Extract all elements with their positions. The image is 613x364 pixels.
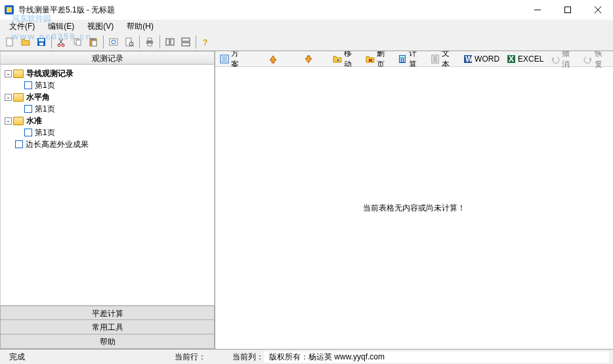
tree-node-horizontal-angle[interactable]: 水平角	[26, 92, 50, 103]
svg-rect-1	[7, 7, 12, 12]
checkbox-icon[interactable]	[24, 105, 32, 113]
help-icon[interactable]: ?	[199, 35, 213, 49]
folder-open-icon	[13, 116, 24, 125]
excel-label: EXCEL	[518, 54, 543, 64]
calc-button[interactable]: 平差计算	[0, 306, 215, 320]
move-icon	[332, 54, 343, 64]
svg-rect-28	[148, 43, 152, 46]
close-button[interactable]	[583, 0, 613, 20]
status-ready: 完成	[4, 352, 30, 363]
print-preview-icon[interactable]	[122, 35, 137, 49]
svg-rect-32	[182, 43, 190, 46]
svg-rect-29	[166, 39, 169, 45]
help-button[interactable]: 帮助	[0, 334, 215, 349]
folder-open-icon	[13, 92, 24, 102]
text-file-icon	[430, 54, 440, 64]
delete-icon	[365, 54, 375, 64]
arrow-up-icon	[268, 54, 278, 64]
tree-node-page[interactable]: 第1页	[35, 127, 55, 138]
svg-rect-27	[148, 38, 152, 41]
folder-open-icon	[13, 69, 24, 78]
svg-rect-20	[92, 41, 96, 46]
right-panel: 方案 移动 删页 计算 文本	[215, 51, 613, 349]
redo-icon	[583, 54, 593, 64]
left-panel-header[interactable]: 观测记录	[0, 51, 215, 64]
toolbar-separator	[159, 35, 160, 49]
tools-button[interactable]: 常用工具	[0, 320, 215, 334]
expander-icon[interactable]: -	[5, 70, 12, 77]
svg-rect-3	[565, 7, 571, 13]
status-bar: 完成 当前行： 当前列： 版权所有：杨运英 www.yyqf.com	[0, 350, 613, 364]
tree-node-leveling[interactable]: 水准	[26, 115, 42, 127]
main-toolbar: ?	[0, 33, 613, 51]
title-bar: 导线测量平差5.1版 - 无标题	[0, 0, 613, 20]
svg-marker-8	[22, 39, 30, 45]
menu-file[interactable]: 文件(F)	[4, 20, 40, 33]
svg-marker-42	[366, 56, 374, 62]
menu-view[interactable]: 视图(V)	[82, 20, 119, 33]
arrow-down-button[interactable]	[302, 54, 315, 64]
svg-marker-39	[305, 56, 312, 63]
save-icon[interactable]	[34, 35, 49, 49]
status-row: 当前行：	[175, 352, 206, 363]
word-icon: W	[463, 54, 473, 64]
checkbox-icon[interactable]	[15, 140, 23, 148]
svg-line-25	[133, 45, 134, 47]
copy-icon[interactable]	[70, 35, 85, 49]
svg-marker-38	[270, 56, 276, 63]
checkbox-icon[interactable]	[24, 129, 32, 136]
tree-node-page[interactable]: 第1页	[35, 104, 55, 115]
svg-text:W: W	[465, 54, 473, 64]
tree-node-page[interactable]: 第1页	[35, 80, 55, 91]
tree-view[interactable]: - 导线观测记录 第1页 - 水平角	[0, 64, 215, 306]
calculator-icon	[397, 54, 408, 64]
svg-rect-49	[404, 58, 405, 60]
svg-rect-51	[402, 60, 403, 62]
svg-rect-47	[400, 58, 401, 60]
left-panel: 观测记录 - 导线观测记录 第1页	[0, 51, 215, 349]
redo-button[interactable]: 恢复	[581, 51, 610, 70]
checkbox-icon[interactable]	[24, 81, 32, 89]
svg-rect-17	[76, 40, 81, 45]
scheme-icon	[219, 54, 230, 64]
preview-icon[interactable]	[106, 35, 121, 49]
expander-icon[interactable]: -	[5, 94, 12, 101]
left-panel-buttons: 平差计算 常用工具 帮助	[0, 306, 215, 349]
excel-export-button[interactable]: X EXCEL	[505, 54, 545, 64]
svg-rect-46	[400, 56, 405, 58]
svg-rect-48	[402, 58, 403, 60]
toolbar-separator	[196, 35, 196, 49]
tree-node-results[interactable]: 边长高差外业成果	[26, 139, 89, 150]
svg-rect-52	[404, 60, 405, 62]
cut-icon[interactable]	[54, 35, 69, 49]
print-icon[interactable]	[142, 35, 157, 49]
undo-button[interactable]: 撤消	[549, 51, 578, 70]
tile-horizontal-icon[interactable]	[163, 35, 177, 49]
svg-rect-31	[182, 38, 190, 41]
menu-edit[interactable]: 编辑(E)	[43, 20, 79, 33]
menu-bar: 文件(F) 编辑(E) 视图(V) 帮助(H)	[0, 20, 613, 33]
menu-help[interactable]: 帮助(H)	[121, 20, 159, 33]
minimize-button[interactable]	[522, 0, 553, 20]
new-file-icon[interactable]	[3, 35, 17, 49]
arrow-down-icon	[303, 54, 314, 64]
main-area: 观测记录 - 导线观测记录 第1页	[0, 51, 613, 350]
svg-rect-19	[91, 38, 95, 40]
paste-icon[interactable]	[86, 35, 100, 49]
app-icon	[4, 5, 14, 15]
toolbar-separator	[139, 35, 140, 49]
arrow-up-button[interactable]	[266, 54, 280, 64]
expander-icon[interactable]: -	[5, 117, 12, 125]
tile-vertical-icon[interactable]	[179, 35, 193, 49]
svg-rect-10	[39, 39, 44, 41]
svg-rect-50	[400, 60, 401, 62]
undo-label: 撤消	[562, 51, 576, 70]
word-export-button[interactable]: W WORD	[461, 54, 501, 64]
window-title: 导线测量平差5.1版 - 无标题	[18, 5, 115, 16]
toolbar-separator	[51, 35, 52, 49]
right-toolbar: 方案 移动 删页 计算 文本	[215, 51, 613, 67]
tree-node-observations[interactable]: 导线观测记录	[26, 68, 74, 79]
open-file-icon[interactable]	[18, 35, 33, 49]
svg-rect-11	[39, 43, 43, 45]
maximize-button[interactable]	[553, 0, 583, 20]
